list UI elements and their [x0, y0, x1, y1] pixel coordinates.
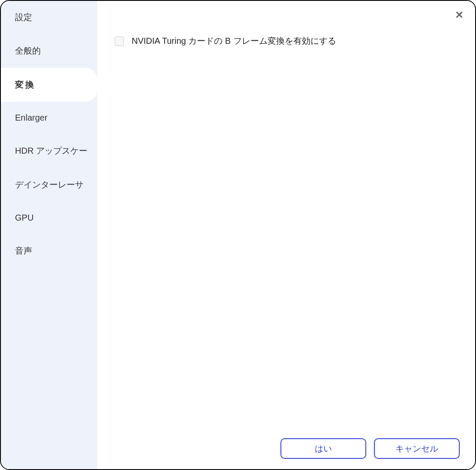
sidebar-item-label: HDR アップスケー	[15, 146, 87, 155]
sidebar-item-conversion[interactable]: 変換	[1, 68, 97, 102]
sidebar: 設定 全般的 変換 Enlarger HDR アップスケー デインターレーサ G…	[1, 1, 97, 469]
sidebar-item-label: デインターレーサ	[15, 180, 84, 189]
sidebar-item-enlarger[interactable]: Enlarger	[1, 102, 97, 134]
close-button[interactable]: ✕	[453, 9, 466, 21]
settings-dialog: 設定 全般的 変換 Enlarger HDR アップスケー デインターレーサ G…	[0, 0, 476, 470]
sidebar-item-deinterlacer[interactable]: デインターレーサ	[1, 168, 97, 202]
sidebar-item-label: 音声	[15, 246, 32, 255]
sidebar-item-general[interactable]: 全般的	[1, 34, 97, 68]
checkbox-bframe-label[interactable]: NVIDIA Turing カードの B フレーム変換を有効にする	[132, 35, 336, 47]
ok-button[interactable]: はい	[280, 438, 366, 459]
checkbox-bframe[interactable]	[114, 36, 124, 46]
close-icon: ✕	[455, 9, 464, 21]
sidebar-item-label: Enlarger	[15, 113, 48, 122]
sidebar-item-label: 変換	[15, 80, 36, 89]
cancel-button[interactable]: キャンセル	[374, 438, 460, 459]
footer-buttons: はい キャンセル	[280, 438, 460, 459]
sidebar-item-label: 全般的	[15, 46, 41, 55]
sidebar-item-gpu[interactable]: GPU	[1, 202, 97, 234]
sidebar-item-hdr-upscale[interactable]: HDR アップスケー	[1, 134, 97, 168]
checkbox-row-bframe: NVIDIA Turing カードの B フレーム変換を有効にする	[114, 35, 458, 47]
cancel-button-label: キャンセル	[395, 443, 438, 455]
sidebar-item-label: GPU	[15, 213, 33, 222]
ok-button-label: はい	[315, 443, 332, 455]
sidebar-title: 設定	[1, 1, 97, 34]
sidebar-item-audio[interactable]: 音声	[1, 234, 97, 268]
main-content: ✕ NVIDIA Turing カードの B フレーム変換を有効にする はい キ…	[97, 1, 475, 469]
